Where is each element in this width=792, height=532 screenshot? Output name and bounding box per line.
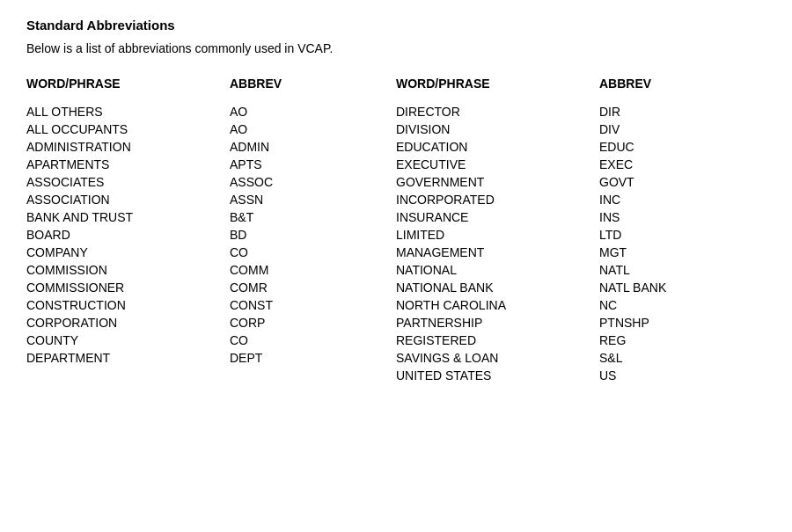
- abbrev-cell: DIV: [599, 120, 766, 138]
- table-row: COMPANYCO: [26, 244, 396, 261]
- word-phrase-cell: LIMITED: [396, 226, 599, 244]
- word-phrase-cell: NORTH CAROLINA: [396, 296, 599, 314]
- table-row: REGISTEREDREG: [396, 332, 766, 349]
- right-section: WORD/PHRASE ABBREV DIRECTORDIRDIVISIONDI…: [396, 77, 766, 384]
- word-phrase-cell: INSURANCE: [396, 208, 599, 226]
- word-phrase-cell: ALL OCCUPANTS: [26, 120, 230, 138]
- abbrev-cell: REG: [599, 332, 766, 349]
- word-phrase-cell: BOARD: [26, 226, 230, 244]
- word-phrase-cell: EXECUTIVE: [396, 156, 599, 173]
- abbrev-cell: INS: [599, 208, 766, 226]
- abbrev-cell: DIR: [599, 103, 766, 120]
- abbrev-cell: COMR: [230, 279, 396, 296]
- page-description: Below is a list of abbreviations commonl…: [26, 41, 766, 55]
- right-abbrev-header: ABBREV: [599, 77, 766, 103]
- abbrev-cell: APTS: [230, 156, 396, 173]
- abbrev-cell: NATL BANK: [599, 279, 766, 296]
- abbrev-cell: MGT: [599, 244, 766, 261]
- word-phrase-cell: ASSOCIATES: [26, 173, 230, 191]
- left-section: WORD/PHRASE ABBREV ALL OTHERSAOALL OCCUP…: [26, 77, 396, 384]
- word-phrase-cell: ASSOCIATION: [26, 191, 230, 208]
- table-row: PARTNERSHIPPTNSHP: [396, 314, 766, 332]
- table-row: NATIONAL BANKNATL BANK: [396, 279, 766, 296]
- table-row: INSURANCEINS: [396, 208, 766, 226]
- table-row: COUNTYCO: [26, 332, 396, 349]
- table-row: NATIONALNATL: [396, 261, 766, 279]
- table-row: BOARDBD: [26, 226, 396, 244]
- right-table: WORD/PHRASE ABBREV DIRECTORDIRDIVISIONDI…: [396, 77, 766, 384]
- abbrev-cell: COMM: [230, 261, 396, 279]
- word-phrase-cell: COMMISSION: [26, 261, 230, 279]
- abbrev-cell: US: [599, 367, 766, 384]
- word-phrase-cell: BANK AND TRUST: [26, 208, 230, 226]
- table-row: ALL OCCUPANTSAO: [26, 120, 396, 138]
- abbrev-cell: AO: [230, 120, 396, 138]
- word-phrase-cell: COMMISSIONER: [26, 279, 230, 296]
- table-row: ADMINISTRATIONADMIN: [26, 138, 396, 156]
- word-phrase-cell: CORPORATION: [26, 314, 230, 332]
- table-row: SAVINGS & LOANS&L: [396, 349, 766, 367]
- abbrev-cell: BD: [230, 226, 396, 244]
- table-row: MANAGEMENTMGT: [396, 244, 766, 261]
- word-phrase-cell: MANAGEMENT: [396, 244, 599, 261]
- page-title: Standard Abbreviations: [26, 18, 766, 33]
- table-row: GOVERNMENTGOVT: [396, 173, 766, 191]
- table-row: ASSOCIATESASSOC: [26, 173, 396, 191]
- word-phrase-cell: DEPARTMENT: [26, 349, 230, 367]
- abbreviations-container: WORD/PHRASE ABBREV ALL OTHERSAOALL OCCUP…: [26, 77, 766, 384]
- word-phrase-cell: PARTNERSHIP: [396, 314, 599, 332]
- word-phrase-cell: NATIONAL: [396, 261, 599, 279]
- word-phrase-cell: COMPANY: [26, 244, 230, 261]
- abbrev-cell: CONST: [230, 296, 396, 314]
- word-phrase-cell: UNITED STATES: [396, 367, 599, 384]
- abbrev-cell: CORP: [230, 314, 396, 332]
- table-row: DEPARTMENTDEPT: [26, 349, 396, 367]
- word-phrase-cell: CONSTRUCTION: [26, 296, 230, 314]
- table-row: CONSTRUCTIONCONST: [26, 296, 396, 314]
- abbrev-cell: INC: [599, 191, 766, 208]
- abbrev-cell: DEPT: [230, 349, 396, 367]
- table-row: NORTH CAROLINANC: [396, 296, 766, 314]
- table-row: COMMISSIONCOMM: [26, 261, 396, 279]
- table-row: ASSOCIATIONASSN: [26, 191, 396, 208]
- left-word-phrase-header: WORD/PHRASE: [26, 77, 230, 103]
- word-phrase-cell: INCORPORATED: [396, 191, 599, 208]
- word-phrase-cell: DIVISION: [396, 120, 599, 138]
- table-row: COMMISSIONERCOMR: [26, 279, 396, 296]
- table-row: INCORPORATEDINC: [396, 191, 766, 208]
- word-phrase-cell: EDUCATION: [396, 138, 599, 156]
- abbrev-cell: NATL: [599, 261, 766, 279]
- abbrev-cell: ASSOC: [230, 173, 396, 191]
- table-row: UNITED STATESUS: [396, 367, 766, 384]
- abbrev-cell: CO: [230, 244, 396, 261]
- abbrev-cell: EDUC: [599, 138, 766, 156]
- abbrev-cell: CO: [230, 332, 396, 349]
- table-row: EXECUTIVEEXEC: [396, 156, 766, 173]
- word-phrase-cell: ALL OTHERS: [26, 103, 230, 120]
- abbrev-cell: S&L: [599, 349, 766, 367]
- table-row: DIRECTORDIR: [396, 103, 766, 120]
- abbrev-cell: LTD: [599, 226, 766, 244]
- abbrev-cell: ASSN: [230, 191, 396, 208]
- right-word-phrase-header: WORD/PHRASE: [396, 77, 599, 103]
- word-phrase-cell: SAVINGS & LOAN: [396, 349, 599, 367]
- word-phrase-cell: NATIONAL BANK: [396, 279, 599, 296]
- abbrev-cell: PTNSHP: [599, 314, 766, 332]
- abbrev-cell: B&T: [230, 208, 396, 226]
- word-phrase-cell: ADMINISTRATION: [26, 138, 230, 156]
- abbrev-cell: AO: [230, 103, 396, 120]
- table-row: APARTMENTSAPTS: [26, 156, 396, 173]
- table-row: ALL OTHERSAO: [26, 103, 396, 120]
- word-phrase-cell: DIRECTOR: [396, 103, 599, 120]
- abbrev-cell: GOVT: [599, 173, 766, 191]
- word-phrase-cell: COUNTY: [26, 332, 230, 349]
- left-abbrev-header: ABBREV: [230, 77, 396, 103]
- table-row: CORPORATIONCORP: [26, 314, 396, 332]
- abbrev-cell: EXEC: [599, 156, 766, 173]
- word-phrase-cell: GOVERNMENT: [396, 173, 599, 191]
- table-row: LIMITEDLTD: [396, 226, 766, 244]
- table-row: DIVISIONDIV: [396, 120, 766, 138]
- abbrev-cell: NC: [599, 296, 766, 314]
- abbrev-cell: ADMIN: [230, 138, 396, 156]
- table-row: EDUCATIONEDUC: [396, 138, 766, 156]
